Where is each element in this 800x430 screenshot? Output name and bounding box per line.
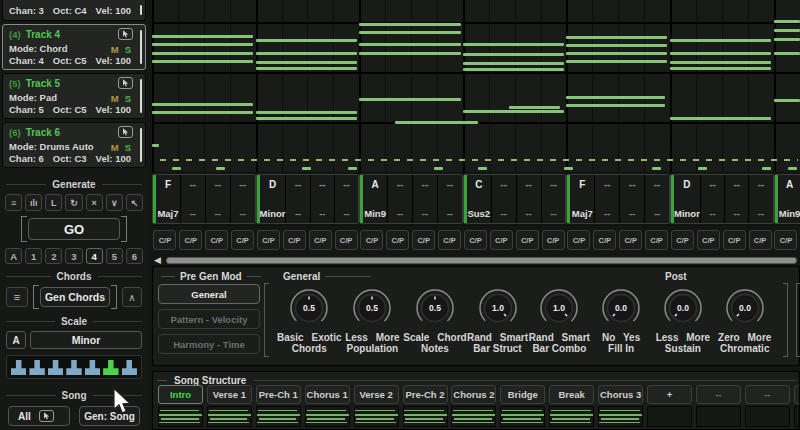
copy-paste-button[interactable]: C/P (438, 230, 461, 250)
cursor-arrow-icon[interactable]: ↖ (126, 194, 143, 211)
chord-cell[interactable]: ---- (438, 175, 462, 223)
scale-key-7[interactable] (122, 360, 137, 375)
chevron-down-icon[interactable]: ∨ (106, 194, 123, 211)
knob-bar-struct[interactable]: 1.0Rand SmartBar Struct (467, 287, 529, 354)
knob-bar-combo[interactable]: 1.0Rand SmartBar Combo (528, 287, 590, 354)
copy-paste-button[interactable]: C/P (593, 230, 616, 250)
chord-cell[interactable]: CSus2 (464, 175, 492, 223)
chord-cell[interactable]: ---- (492, 175, 517, 223)
copy-paste-button[interactable]: C/P (283, 230, 306, 250)
track-scrollbar[interactable] (140, 128, 142, 162)
chord-cell[interactable]: ---- (181, 175, 206, 223)
slot-button-4[interactable]: 4 (86, 248, 103, 264)
chord-cell[interactable]: ---- (725, 175, 749, 223)
slot-button-6[interactable]: 6 (126, 248, 143, 264)
chord-cell[interactable]: DMinor (671, 175, 701, 223)
chord-cell[interactable]: FMaj7 (153, 175, 181, 223)
knob-notes[interactable]: 0.5Scale ChordNotes (403, 287, 466, 354)
chord-cell[interactable]: ---- (542, 175, 566, 223)
track-scrollbar[interactable] (140, 30, 142, 64)
slot-button-5[interactable]: 5 (106, 248, 123, 264)
piano-roll[interactable] (152, 0, 800, 172)
slot-button-2[interactable]: 2 (45, 248, 62, 264)
chord-cell[interactable]: ---- (645, 175, 669, 223)
pre-gen-tab-harmony-time[interactable]: Harmony - Time (158, 334, 260, 354)
chord-cell[interactable]: ---- (311, 175, 335, 223)
copy-paste-button[interactable]: C/P (671, 230, 694, 250)
slot-button-a[interactable]: A (5, 248, 22, 264)
all-button[interactable]: All (8, 406, 70, 426)
copy-paste-button[interactable]: C/P (567, 230, 590, 250)
song-section-break[interactable]: Break (549, 385, 594, 404)
knob-chromatic[interactable]: 0.0Zero MoreChromatic (714, 287, 776, 354)
slot-button-1[interactable]: 1 (25, 248, 42, 264)
x-icon[interactable]: × (86, 194, 103, 211)
knob-chords[interactable]: 0.5Basic ExoticChords (277, 287, 341, 354)
copy-paste-button[interactable]: C/P (619, 230, 642, 250)
song-section-chorus-3[interactable]: Chorus 3 (598, 385, 643, 404)
chord-cell[interactable]: ---- (231, 175, 255, 223)
bars-icon[interactable]: ılı (25, 194, 42, 211)
copy-paste-button[interactable]: C/P (774, 230, 797, 250)
go-button[interactable]: GO (28, 218, 120, 240)
copy-paste-button[interactable]: C/P (386, 230, 409, 250)
copy-paste-button[interactable]: C/P (542, 230, 565, 250)
horizontal-scrollbar[interactable]: ◀ (152, 254, 800, 266)
track-panel[interactable]: (6)Track 6Mode: Drums AutoMSChan: 6Oct: … (2, 122, 146, 168)
knob-population[interactable]: 0.5Less MorePopulation (341, 287, 403, 354)
copy-paste-button[interactable]: C/P (205, 230, 228, 250)
copy-paste-button[interactable]: C/P (335, 230, 358, 250)
solo-button[interactable]: S (125, 93, 131, 104)
chord-cell[interactable]: ---- (749, 175, 772, 223)
chord-cell[interactable]: ---- (335, 175, 358, 223)
scale-key-4[interactable] (66, 360, 81, 375)
song-section-verse-2[interactable]: Verse 2 (354, 385, 399, 404)
song-section-chorus-2[interactable]: Chorus 2 (451, 385, 496, 404)
chord-cell[interactable]: AMin9 (775, 175, 800, 223)
song-section--[interactable]: -- (696, 385, 741, 404)
track-panel[interactable]: (5)Track 5Mode: PadMSChan: 5Oct: C5Vel: … (2, 73, 146, 119)
pre-gen-tab-pattern-velocity[interactable]: Pattern - Velocity (158, 309, 260, 329)
copy-paste-button[interactable]: C/P (645, 230, 668, 250)
chord-cell[interactable]: ---- (620, 175, 645, 223)
copy-paste-button[interactable]: C/P (490, 230, 513, 250)
copy-paste-button[interactable]: C/P (179, 230, 202, 250)
song-section-verse-1[interactable]: Verse 1 (207, 385, 252, 404)
chord-cell[interactable]: ---- (388, 175, 413, 223)
chord-cell[interactable]: ---- (413, 175, 438, 223)
copy-paste-button[interactable]: C/P (516, 230, 539, 250)
chord-cell[interactable]: AMin9 (360, 175, 388, 223)
copy-paste-button[interactable]: C/P (697, 230, 720, 250)
song-section-pre-ch-1[interactable]: Pre-Ch 1 (256, 385, 301, 404)
copy-paste-button[interactable]: C/P (412, 230, 435, 250)
copy-paste-button[interactable]: C/P (464, 230, 487, 250)
scrollbar-thumb[interactable] (166, 257, 797, 264)
scale-key-1[interactable] (11, 360, 26, 375)
song-section-intro[interactable]: Intro (158, 385, 203, 404)
gen-chords-button[interactable]: Gen Chords (40, 287, 110, 307)
scale-key-5[interactable] (85, 360, 100, 375)
chord-cell[interactable]: ---- (701, 175, 725, 223)
track-scrollbar[interactable] (140, 5, 142, 15)
scale-key-6[interactable] (103, 360, 118, 375)
copy-paste-button[interactable]: C/P (723, 230, 746, 250)
scale-key-2[interactable] (29, 360, 44, 375)
copy-paste-button[interactable]: C/P (749, 230, 772, 250)
song-section-pre-ch-2[interactable]: Pre-Ch 2 (403, 385, 448, 404)
song-section-+[interactable]: + (647, 385, 692, 404)
chord-cell[interactable]: ---- (595, 175, 620, 223)
song-section-bridge[interactable]: Bridge (500, 385, 545, 404)
scale-root-button[interactable]: A (6, 331, 26, 349)
copy-paste-button[interactable]: C/P (360, 230, 383, 250)
mute-button[interactable]: M (111, 44, 119, 55)
song-section--[interactable]: -- (745, 385, 790, 404)
chord-cell[interactable]: ---- (517, 175, 542, 223)
l-shape-icon[interactable]: L (45, 194, 62, 211)
copy-paste-button[interactable]: C/P (309, 230, 332, 250)
chord-cell[interactable]: DMinor (257, 175, 287, 223)
solo-button[interactable]: S (125, 44, 131, 55)
copy-paste-button[interactable]: C/P (231, 230, 254, 250)
knob-sustain[interactable]: 0.0Less MoreSustain (652, 287, 714, 354)
knob-fill-in[interactable]: 0.0No YesFill In (590, 287, 652, 354)
track-panel[interactable]: (4)Track 4Mode: ChordMSChan: 4Oct: C5Vel… (2, 24, 146, 70)
